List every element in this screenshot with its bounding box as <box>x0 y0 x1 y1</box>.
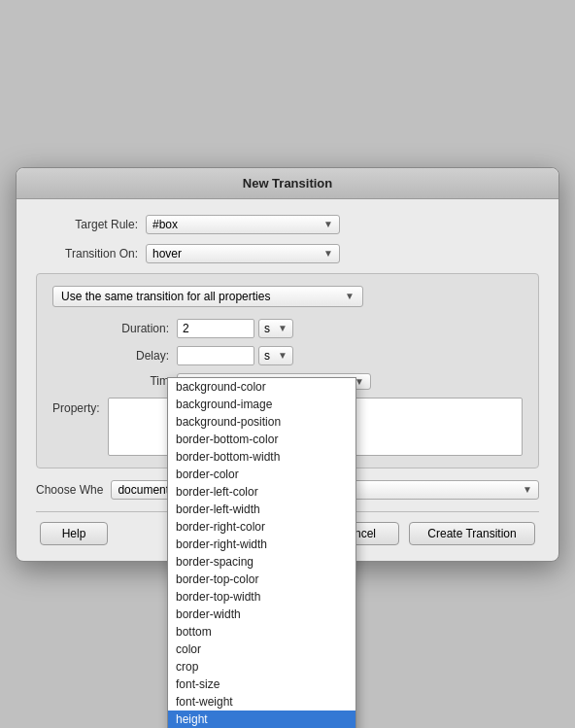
dropdown-item[interactable]: color <box>168 641 355 658</box>
delay-input[interactable] <box>177 346 254 365</box>
dropdown-item[interactable]: background-color <box>168 378 355 396</box>
new-transition-dialog: New Transition Target Rule: #box ▼ Trans… <box>16 167 559 562</box>
delay-unit-arrow: ▼ <box>278 350 288 361</box>
dropdown-item[interactable]: border-right-color <box>168 518 355 536</box>
dropdown-item[interactable]: border-width <box>168 606 355 623</box>
dropdown-item[interactable]: border-color <box>168 466 355 483</box>
duration-unit-value: s <box>264 322 270 335</box>
choose-where-label: Choose Whe <box>36 483 103 497</box>
dropdown-item[interactable]: border-spacing <box>168 553 355 571</box>
delay-label: Delay: <box>52 349 169 363</box>
property-label: Property: <box>52 401 100 415</box>
target-rule-label: Target Rule: <box>36 218 138 231</box>
dialog-title: New Transition <box>17 168 558 199</box>
dropdown-item[interactable]: border-right-width <box>168 536 355 553</box>
dropdown-item[interactable]: bottom <box>168 623 355 641</box>
dropdown-item[interactable]: border-bottom-width <box>168 448 355 466</box>
timing-label: Tim <box>52 374 169 388</box>
property-dropdown[interactable]: background-colorbackground-imagebackgrou… <box>167 377 356 729</box>
target-rule-arrow: ▼ <box>323 219 333 229</box>
same-transition-dropdown[interactable]: Use the same transition for all properti… <box>52 286 363 307</box>
target-rule-value: #box <box>152 218 178 231</box>
transition-on-value: hover <box>152 247 182 260</box>
target-rule-select[interactable]: #box ▼ <box>146 215 340 234</box>
title-text: New Transition <box>243 176 332 191</box>
duration-label: Duration: <box>52 322 169 335</box>
choose-where-arrow: ▼ <box>523 484 532 495</box>
target-rule-row: Target Rule: #box ▼ <box>36 215 539 234</box>
dropdown-item[interactable]: background-image <box>168 396 355 413</box>
dropdown-item[interactable]: border-top-width <box>168 588 355 606</box>
duration-unit-select[interactable]: s ▼ <box>258 319 293 338</box>
same-transition-label: Use the same transition for all properti… <box>61 290 270 303</box>
transition-on-select[interactable]: hover ▼ <box>146 244 340 263</box>
right-buttons: ncel Create Transition <box>331 522 535 545</box>
dropdown-item[interactable]: border-bottom-color <box>168 431 355 448</box>
dropdown-item[interactable]: border-left-width <box>168 501 355 518</box>
duration-input[interactable] <box>177 319 254 338</box>
create-transition-button[interactable]: Create Transition <box>409 522 535 545</box>
dropdown-item[interactable]: border-left-color <box>168 483 355 501</box>
dropdown-item[interactable]: font-weight <box>168 693 355 711</box>
transition-on-label: Transition On: <box>36 247 138 260</box>
same-transition-arrow: ▼ <box>345 291 355 301</box>
duration-row: Duration: s ▼ <box>52 319 523 338</box>
delay-unit-value: s <box>264 349 270 363</box>
delay-unit-select[interactable]: s ▼ <box>258 346 293 365</box>
transition-on-row: Transition On: hover ▼ <box>36 244 539 263</box>
dropdown-item[interactable]: height <box>168 711 355 728</box>
duration-unit-arrow: ▼ <box>278 323 288 333</box>
dropdown-item[interactable]: font-size <box>168 676 355 693</box>
dropdown-item[interactable]: background-position <box>168 413 355 431</box>
dropdown-item[interactable]: crop <box>168 658 355 676</box>
help-button[interactable]: Help <box>40 522 108 545</box>
transition-on-arrow: ▼ <box>323 248 333 259</box>
dropdown-item[interactable]: border-top-color <box>168 571 355 588</box>
delay-row: Delay: s ▼ <box>52 346 523 365</box>
